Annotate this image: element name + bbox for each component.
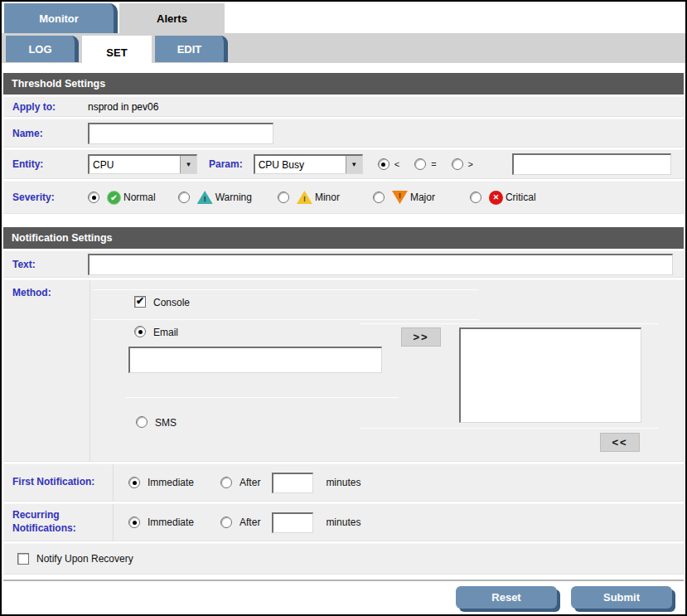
chevron-down-icon: ▼ (180, 156, 196, 173)
name-label: Name: (4, 128, 88, 139)
email-label: Email (153, 327, 178, 338)
first-minutes-input[interactable] (272, 473, 313, 493)
yellow-warning-triangle-icon: ! (297, 191, 312, 204)
red-x-circle-icon: ✕ (489, 191, 503, 205)
recurring-notifications-label: Recurring Notifications: (4, 509, 113, 535)
apply-to-label: Apply to: (4, 101, 88, 113)
tab-alerts[interactable]: Alerts (119, 3, 225, 33)
severity-row: Severity: ✔ Normal ! Warning ! Minor ! M… (3, 181, 684, 214)
sms-label: SMS (155, 417, 177, 429)
divider (360, 428, 658, 429)
text-label: Text: (4, 259, 88, 270)
severity-warning-label: Warning (215, 192, 252, 203)
recurring-after-label: After (239, 517, 260, 528)
comparator-less-radio[interactable] (378, 158, 389, 170)
submit-button[interactable]: Submit (571, 586, 672, 609)
recurring-immediate-radio[interactable] (128, 517, 140, 528)
sms-radio[interactable] (136, 416, 148, 428)
divider (360, 323, 658, 324)
comparator-equal: = (414, 158, 436, 170)
notify-upon-recovery-checkbox[interactable] (17, 553, 29, 565)
section-gap (3, 216, 684, 227)
remove-recipient-button[interactable]: << (600, 433, 640, 452)
orange-down-triangle-icon: ! (392, 191, 408, 204)
first-immediate-label: Immediate (148, 477, 194, 488)
name-input[interactable] (88, 123, 273, 144)
apply-to-row: Apply to: nsprod in pev06 (3, 96, 684, 117)
form-footer: Reset Submit (3, 580, 684, 609)
email-address-input[interactable] (128, 347, 382, 373)
first-notification-options: Immediate After minutes (113, 464, 683, 501)
notify-upon-recovery-row: Notify Upon Recovery (3, 543, 684, 575)
primary-tab-bar: Monitor Alerts (2, 2, 685, 33)
divider (90, 280, 90, 461)
first-after-label: After (239, 477, 260, 488)
secondary-tab-bar: LOG SET EDIT (2, 33, 685, 63)
tab-set[interactable]: SET (82, 36, 152, 69)
teal-warning-triangle-icon: ! (197, 191, 213, 204)
divider (93, 289, 479, 290)
recurring-minutes-input[interactable] (272, 512, 313, 533)
comparator-greater: > (452, 158, 473, 170)
severity-normal-radio[interactable] (88, 192, 99, 203)
comparator-greater-radio[interactable] (452, 158, 463, 170)
method-row: Method: Console Email SMS >> << (3, 279, 684, 462)
severity-minor-radio[interactable] (278, 192, 289, 203)
severity-option-normal: ✔ Normal (88, 191, 156, 205)
param-select-value: CPU Busy (255, 156, 346, 173)
alerts-set-page: Monitor Alerts LOG SET EDIT Threshold Se… (0, 0, 687, 616)
severity-critical-label: Critical (506, 192, 536, 203)
entity-row: Entity: CPU ▼ Param: CPU Busy ▼ < = > (3, 149, 684, 179)
entity-label: Entity: (4, 158, 88, 170)
severity-option-major: ! Major (373, 191, 435, 204)
threshold-settings-header: Threshold Settings (3, 73, 684, 95)
method-label: Method: (4, 287, 88, 298)
severity-option-minor: ! Minor (278, 191, 340, 204)
severity-critical-radio[interactable] (470, 192, 481, 203)
add-recipient-button[interactable]: >> (401, 327, 441, 347)
recurring-immediate-label: Immediate (148, 517, 194, 528)
severity-option-critical: ✕ Critical (470, 191, 536, 205)
severity-label: Severity: (4, 192, 88, 203)
divider (125, 397, 399, 398)
comparator-equal-label: = (431, 159, 436, 169)
console-checkbox[interactable] (134, 296, 146, 308)
notification-text-input[interactable] (88, 254, 673, 275)
recurring-notification-options: Immediate After minutes (113, 504, 683, 541)
tab-edit[interactable]: EDIT (155, 36, 228, 62)
recurring-notifications-row: Recurring Notifications: Immediate After… (3, 503, 684, 541)
alert-form: Threshold Settings Apply to: nsprod in p… (3, 73, 684, 575)
email-radio[interactable] (134, 326, 146, 337)
text-row: Text: (3, 250, 684, 278)
recurring-minutes-label: minutes (326, 517, 360, 528)
console-label: Console (153, 297, 190, 308)
entity-select-value: CPU (90, 156, 180, 173)
first-minutes-label: minutes (326, 477, 360, 488)
recipient-listbox[interactable] (459, 327, 641, 423)
notify-upon-recovery-label: Notify Upon Recovery (36, 553, 133, 565)
first-after-radio[interactable] (220, 477, 232, 488)
severity-major-radio[interactable] (373, 192, 385, 203)
comparator-equal-radio[interactable] (414, 158, 426, 170)
green-check-circle-icon: ✔ (107, 191, 121, 205)
tab-monitor[interactable]: Monitor (4, 3, 118, 33)
first-notification-label: First Notification: (4, 476, 113, 489)
comparator-less: < (378, 158, 399, 170)
name-row: Name: (3, 119, 684, 148)
entity-select[interactable]: CPU ▼ (88, 154, 197, 174)
severity-warning-radio[interactable] (178, 192, 190, 203)
first-notification-row: First Notification: Immediate After minu… (3, 463, 684, 502)
param-select[interactable]: CPU Busy ▼ (254, 154, 363, 174)
tab-log[interactable]: LOG (6, 36, 79, 62)
reset-button[interactable]: Reset (456, 586, 557, 609)
severity-minor-label: Minor (315, 192, 340, 203)
notification-settings-header: Notification Settings (3, 227, 684, 249)
comparator-less-label: < (394, 159, 399, 169)
apply-to-value: nsprod in pev06 (88, 101, 158, 113)
recurring-after-radio[interactable] (220, 517, 232, 528)
severity-major-label: Major (410, 192, 435, 203)
param-label: Param: (197, 158, 254, 170)
first-immediate-radio[interactable] (128, 477, 140, 488)
threshold-value-input[interactable] (512, 153, 671, 175)
severity-option-warning: ! Warning (178, 191, 252, 204)
